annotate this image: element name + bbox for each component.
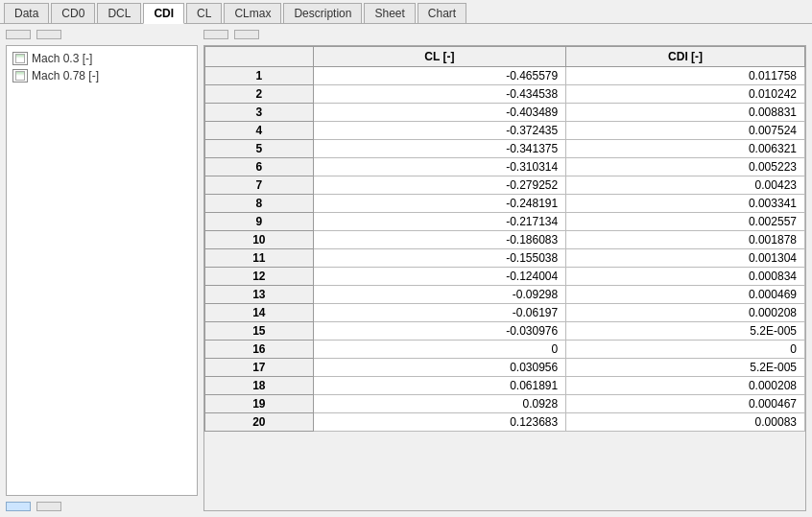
table-row[interactable]: 18 0.061891 0.000208 (205, 377, 805, 395)
cl-value: 0.030956 (313, 359, 566, 377)
row-number: 2 (205, 85, 314, 104)
tab-data[interactable]: Data (4, 3, 49, 23)
row-number: 11 (205, 249, 314, 268)
cdi-value: 0.002557 (566, 213, 805, 231)
cdi-value: 0.00423 (566, 176, 805, 195)
ins-line-button[interactable] (203, 30, 228, 39)
table-row[interactable]: 1 -0.465579 0.011758 (205, 67, 805, 85)
data-table-container[interactable]: CL [-] CDI [-] 1 -0.465579 0.011758 2 -0… (203, 45, 806, 511)
cdi-value: 0.000467 (566, 395, 805, 413)
cl-value: -0.217134 (313, 213, 566, 231)
table-row[interactable]: 17 0.030956 5.2E-005 (205, 359, 805, 377)
table-row[interactable]: 20 0.123683 0.00083 (205, 413, 805, 432)
row-number: 5 (205, 140, 314, 158)
add-table-button[interactable] (6, 30, 31, 39)
cl-value: -0.279252 (313, 176, 566, 195)
line-buttons-row (203, 30, 806, 39)
cdi-value: 5.2E-005 (566, 322, 805, 341)
table-row[interactable]: 11 -0.155038 0.001304 (205, 249, 805, 268)
table-row[interactable]: 13 -0.09298 0.000469 (205, 286, 805, 304)
bottom-button-row (6, 502, 198, 511)
content-area: Mach 0.3 [-]Mach 0.78 [-] CL [-] CDI (0, 24, 812, 517)
tab-description[interactable]: Description (283, 3, 362, 23)
row-number: 12 (205, 268, 314, 286)
tab-cl[interactable]: CL (186, 3, 222, 23)
setting-tab-button[interactable] (36, 502, 61, 511)
row-number: 10 (205, 231, 314, 249)
table-row[interactable]: 9 -0.217134 0.002557 (205, 213, 805, 231)
row-number: 3 (205, 104, 314, 122)
cl-value: -0.310314 (313, 158, 566, 176)
cdi-value: 0.000208 (566, 377, 805, 395)
cl-value: 0.061891 (313, 377, 566, 395)
tree-panel: Mach 0.3 [-]Mach 0.78 [-] (6, 45, 198, 496)
table-row[interactable]: 6 -0.310314 0.005223 (205, 158, 805, 176)
cdi-table: CL [-] CDI [-] 1 -0.465579 0.011758 2 -0… (204, 46, 805, 432)
cdi-value: 5.2E-005 (566, 359, 805, 377)
table-row[interactable]: 10 -0.186083 0.001878 (205, 231, 805, 249)
tree-item[interactable]: Mach 0.78 [-] (11, 67, 193, 84)
cdi-value: 0.006321 (566, 140, 805, 158)
col-header-cl: CL [-] (313, 47, 566, 67)
row-number: 15 (205, 322, 314, 341)
cdi-value: 0.001878 (566, 231, 805, 249)
table-row[interactable]: 12 -0.124004 0.000834 (205, 268, 805, 286)
tab-sheet[interactable]: Sheet (364, 3, 415, 23)
tab-cdi[interactable]: CDI (143, 3, 184, 24)
cdi-value: 0.001304 (566, 249, 805, 268)
row-number: 19 (205, 395, 314, 413)
cdi-value: 0.007524 (566, 122, 805, 140)
row-number: 4 (205, 122, 314, 140)
table-row[interactable]: 3 -0.403489 0.008831 (205, 104, 805, 122)
tab-bar: DataCD0DCLCDICLCLmaxDescriptionSheetChar… (0, 0, 812, 24)
table-buttons-row (6, 30, 198, 39)
cl-value: -0.186083 (313, 231, 566, 249)
row-number: 6 (205, 158, 314, 176)
del-table-button[interactable] (36, 30, 61, 39)
tab-chart[interactable]: Chart (418, 3, 466, 23)
main-container: DataCD0DCLCDICLCLmaxDescriptionSheetChar… (0, 0, 812, 517)
cl-value: -0.372435 (313, 122, 566, 140)
table-row[interactable]: 4 -0.372435 0.007524 (205, 122, 805, 140)
cdi-value: 0.003341 (566, 195, 805, 213)
row-number: 18 (205, 377, 314, 395)
cdi-value: 0.010242 (566, 85, 805, 104)
table-row[interactable]: 15 -0.030976 5.2E-005 (205, 322, 805, 341)
table-row[interactable]: 5 -0.341375 0.006321 (205, 140, 805, 158)
cdi-value: 0.005223 (566, 158, 805, 176)
cl-value: -0.09298 (313, 286, 566, 304)
table-row[interactable]: 19 0.0928 0.000467 (205, 395, 805, 413)
row-number: 14 (205, 304, 314, 322)
cdi-value: 0.00083 (566, 413, 805, 432)
table-row[interactable]: 14 -0.06197 0.000208 (205, 304, 805, 322)
cl-value: -0.030976 (313, 322, 566, 341)
row-number: 9 (205, 213, 314, 231)
tree-item-icon (12, 69, 28, 82)
tab-dcl[interactable]: DCL (97, 3, 141, 23)
cl-value: -0.124004 (313, 268, 566, 286)
cdi-value: 0.008831 (566, 104, 805, 122)
tree-item-label: Mach 0.78 [-] (32, 69, 99, 82)
cl-value: 0.0928 (313, 395, 566, 413)
table-row[interactable]: 2 -0.434538 0.010242 (205, 85, 805, 104)
del-line-button[interactable] (234, 30, 259, 39)
col-header-cdi: CDI [-] (566, 47, 805, 67)
row-number: 7 (205, 176, 314, 195)
row-number: 20 (205, 413, 314, 432)
table-row[interactable]: 8 -0.248191 0.003341 (205, 195, 805, 213)
cl-value: -0.248191 (313, 195, 566, 213)
table-row[interactable]: 16 0 0 (205, 341, 805, 359)
row-number: 1 (205, 67, 314, 85)
tab-clmax[interactable]: CLmax (224, 3, 281, 23)
table-row[interactable]: 7 -0.279252 0.00423 (205, 176, 805, 195)
cdi-value: 0.000469 (566, 286, 805, 304)
table-tab-button[interactable] (6, 502, 31, 511)
cl-value: -0.434538 (313, 85, 566, 104)
cdi-value: 0.011758 (566, 67, 805, 85)
tree-item[interactable]: Mach 0.3 [-] (11, 50, 193, 67)
tree-item-label: Mach 0.3 [-] (32, 52, 92, 65)
tab-cd0[interactable]: CD0 (51, 3, 95, 23)
cdi-value: 0.000834 (566, 268, 805, 286)
cdi-value: 0.000208 (566, 304, 805, 322)
col-header-num (205, 47, 314, 67)
